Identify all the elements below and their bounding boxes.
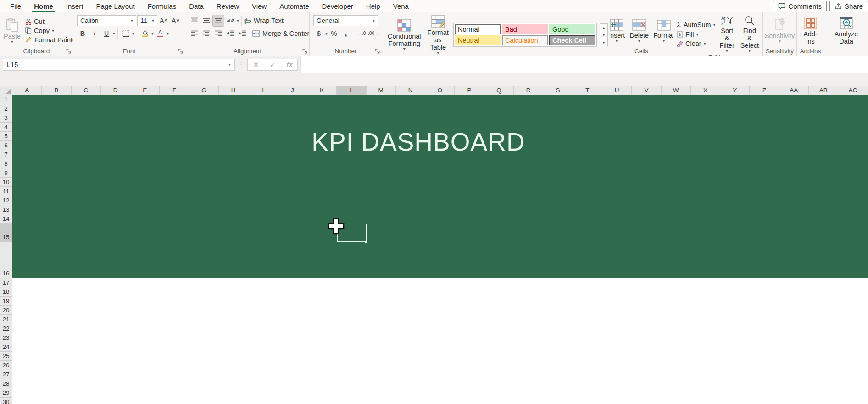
fill-button[interactable]: Fill ▾ (677, 31, 716, 38)
number-format-select[interactable]: General▾ (313, 15, 378, 26)
insert-dropdown-icon[interactable]: ▾ (616, 39, 618, 43)
tab-developer[interactable]: Developer (315, 0, 359, 12)
column-header-K[interactable]: K (307, 86, 337, 95)
fill-color-button[interactable] (139, 28, 150, 39)
format-as-table-button[interactable]: Format as Table ▾ (425, 14, 451, 56)
column-header-X[interactable]: X (691, 86, 720, 95)
row-header-26[interactable]: 26 (0, 361, 12, 370)
cell-style-bad[interactable]: Bad (502, 24, 548, 34)
row-header-25[interactable]: 25 (0, 352, 12, 361)
delete-cells-button[interactable]: Delete ▾ (628, 18, 651, 44)
gallery-up-icon[interactable]: ▴ (600, 24, 607, 31)
font-size-select[interactable]: 11▾ (137, 15, 157, 26)
column-header-AB[interactable]: AB (809, 86, 838, 95)
tab-home[interactable]: Home (28, 0, 60, 12)
tab-data[interactable]: Data (183, 0, 210, 12)
find-select-button[interactable]: Find & Select ▾ (739, 14, 761, 54)
comments-button[interactable]: Comments (773, 1, 827, 11)
analyze-data-button[interactable]: Analyze Data (826, 16, 866, 46)
row-header-24[interactable]: 24 (0, 342, 12, 352)
sort-filter-dropdown-icon[interactable]: ▾ (726, 49, 728, 53)
paste-dropdown-icon[interactable]: ▾ (11, 40, 13, 44)
column-header-O[interactable]: O (425, 86, 455, 95)
autosum-dropdown-icon[interactable]: ▾ (713, 23, 716, 27)
cell-grid[interactable]: KPI DASHBOARD (12, 95, 868, 404)
font-color-dropdown-icon[interactable]: ▾ (167, 32, 169, 35)
row-header-7[interactable]: 7 (0, 150, 12, 159)
orientation-dropdown-icon[interactable]: ▾ (237, 19, 239, 22)
decrease-indent-button[interactable] (225, 28, 236, 39)
row-header-19[interactable]: 19 (0, 297, 12, 306)
column-header-J[interactable]: J (278, 86, 307, 95)
row-header-13[interactable]: 13 (0, 205, 12, 214)
row-header-28[interactable]: 28 (0, 379, 12, 388)
column-header-E[interactable]: E (130, 86, 160, 95)
font-name-select[interactable]: Calibri▾ (77, 15, 136, 26)
row-header-15[interactable]: 15 (0, 224, 12, 242)
bold-button[interactable]: B (77, 28, 88, 39)
enter-icon[interactable]: ✓ (264, 59, 281, 70)
row-header-12[interactable]: 12 (0, 196, 12, 205)
borders-dropdown-icon[interactable]: ▾ (132, 32, 134, 35)
alignment-dialog-launcher-icon[interactable] (302, 48, 308, 54)
middle-align-button[interactable] (201, 15, 212, 26)
tab-review[interactable]: Review (210, 0, 245, 12)
align-center-button[interactable] (201, 28, 212, 39)
underline-dropdown-icon[interactable]: ▾ (113, 32, 115, 35)
tab-vena[interactable]: Vena (387, 0, 415, 12)
row-header-27[interactable]: 27 (0, 370, 12, 379)
row-header-14[interactable]: 14 (0, 214, 12, 224)
sensitivity-button[interactable]: Sensitivity ▾ (763, 17, 796, 44)
row-header-2[interactable]: 2 (0, 104, 12, 113)
row-header-30[interactable]: 30 (0, 398, 12, 404)
row-header-18[interactable]: 18 (0, 287, 12, 297)
name-box[interactable]: L15 ▾ (3, 59, 235, 71)
copy-button[interactable]: Copy ▾ (25, 27, 73, 34)
font-dialog-launcher-icon[interactable] (178, 48, 184, 54)
column-header-AA[interactable]: AA (779, 86, 809, 95)
cell-style-check-cell[interactable]: Check Cell (549, 35, 595, 45)
tab-page-layout[interactable]: Page Layout (89, 0, 141, 12)
formula-bar-resize-handle[interactable]: ⋮ (238, 61, 244, 68)
cell-style-neutral[interactable]: Neutral (455, 35, 501, 45)
row-header-9[interactable]: 9 (0, 168, 12, 178)
decrease-decimal-button[interactable]: .00→ (368, 28, 379, 39)
cell-style-calculation[interactable]: Calculation (502, 35, 548, 45)
row-header-8[interactable]: 8 (0, 159, 12, 168)
row-header-3[interactable]: 3 (0, 113, 12, 123)
align-right-button[interactable] (213, 28, 224, 39)
percent-style-button[interactable]: % (328, 28, 339, 39)
autosum-button[interactable]: Σ AutoSum ▾ (677, 21, 716, 29)
cancel-icon[interactable]: ✕ (248, 59, 264, 70)
column-header-F[interactable]: F (160, 86, 189, 95)
format-cells-button[interactable]: Format ▾ (651, 18, 673, 44)
row-header-17[interactable]: 17 (0, 278, 12, 287)
row-header-16[interactable]: 16 (0, 242, 12, 278)
row-header-10[interactable]: 10 (0, 178, 12, 187)
merge-center-button[interactable]: Merge & Center ▾ (252, 30, 310, 37)
insert-cells-button[interactable]: Insert ▾ (610, 18, 627, 44)
clipboard-dialog-launcher-icon[interactable] (66, 48, 72, 54)
tab-view[interactable]: View (245, 0, 273, 12)
paste-button[interactable]: Paste ▾ (2, 17, 22, 45)
row-header-6[interactable]: 6 (0, 141, 12, 150)
fill-dropdown-icon[interactable]: ▾ (696, 33, 699, 36)
format-painter-button[interactable]: Format Painter (25, 36, 73, 44)
column-header-D[interactable]: D (101, 86, 130, 95)
row-header-11[interactable]: 11 (0, 187, 12, 196)
tab-file[interactable]: File (4, 0, 28, 12)
copy-dropdown-icon[interactable]: ▾ (52, 29, 54, 33)
conditional-formatting-dropdown-icon[interactable]: ▾ (403, 47, 406, 51)
format-dropdown-icon[interactable]: ▾ (663, 39, 665, 43)
shrink-font-button[interactable]: A˅ (170, 15, 181, 26)
format-as-table-dropdown-icon[interactable]: ▾ (437, 51, 439, 55)
gallery-down-icon[interactable]: ▾ (600, 31, 607, 39)
column-header-R[interactable]: R (514, 86, 543, 95)
column-header-Q[interactable]: Q (484, 86, 514, 95)
cut-button[interactable]: Cut (25, 18, 73, 25)
column-header-A[interactable]: A (12, 86, 42, 95)
row-header-20[interactable]: 20 (0, 306, 12, 315)
find-select-dropdown-icon[interactable]: ▾ (748, 49, 751, 53)
fill-handle[interactable] (365, 241, 367, 243)
column-header-I[interactable]: I (248, 86, 278, 95)
